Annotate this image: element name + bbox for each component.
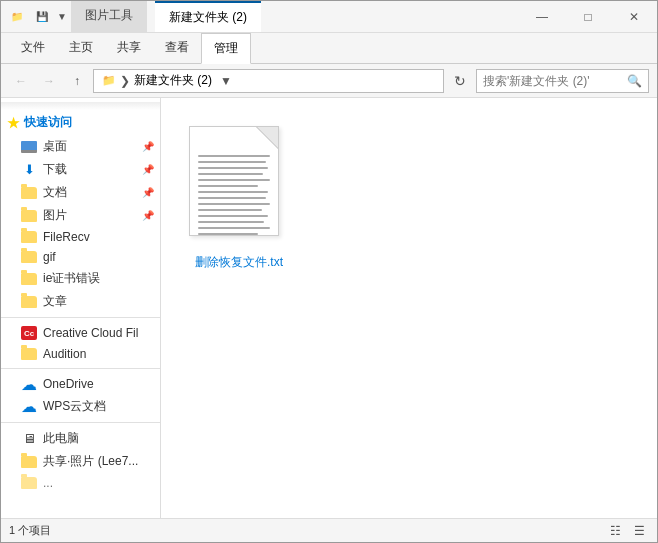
sidebar-item-documents[interactable]: 文档 📌: [1, 181, 160, 204]
ribbon-tab-home[interactable]: 主页: [57, 33, 105, 63]
back-button[interactable]: ←: [9, 69, 33, 93]
sidebar-item-desktop[interactable]: 桌面 📌: [1, 135, 160, 158]
search-input[interactable]: [483, 74, 623, 88]
file-name-label: 删除恢复文件.txt: [195, 254, 283, 271]
status-bar: 1 个项目 ☷ ☰: [1, 518, 657, 542]
ribbon-tab-manage[interactable]: 管理: [201, 33, 251, 64]
sidebar-quick-access-header[interactable]: ★ 快速访问: [1, 110, 160, 135]
folder-icon-audition: [21, 348, 37, 360]
quick-access-toolbar: 💾 ▼: [33, 8, 71, 26]
tab-picture-tools[interactable]: 图片工具: [71, 1, 147, 32]
file-line-6: [198, 185, 258, 187]
ribbon-tab-share[interactable]: 共享: [105, 33, 153, 63]
sidebar-quick-access: ★ 快速访问 桌面 📌 ⬇ 下载 📌: [1, 110, 160, 313]
close-button[interactable]: ✕: [611, 1, 657, 33]
pin-icon-pictures: 📌: [142, 210, 154, 221]
file-line-7: [198, 191, 268, 193]
address-bar: ← → ↑ 📁 ❯ 新建文件夹 (2) ▼ ↻ 🔍: [1, 64, 657, 98]
sidebar-item-filerecv-label: FileRecv: [43, 230, 154, 244]
ribbon-tabs: 文件 主页 共享 查看 管理: [1, 33, 657, 64]
sidebar-item-ie[interactable]: ie证书错误: [1, 267, 160, 290]
minimize-button[interactable]: —: [519, 1, 565, 33]
forward-button[interactable]: →: [37, 69, 61, 93]
refresh-button[interactable]: ↻: [448, 69, 472, 93]
address-dropdown[interactable]: ▼: [220, 74, 232, 88]
file-line-2: [198, 161, 266, 163]
sidebar-item-shared-label: 共享·照片 (Lee7...: [43, 453, 154, 470]
sidebar-item-onedrive-label: OneDrive: [43, 377, 154, 391]
sidebar-item-pictures[interactable]: 图片 📌: [1, 204, 160, 227]
creative-cloud-icon: Cc: [21, 325, 37, 341]
folder-icon-documents: [21, 187, 37, 199]
view-controls: ☷ ☰: [605, 521, 649, 541]
folder-icon-filerecv: [21, 231, 37, 243]
view-large-icons[interactable]: ☷: [605, 521, 625, 541]
ribbon-tab-file[interactable]: 文件: [9, 33, 57, 63]
sidebar-item-wps-label: WPS云文档: [43, 398, 154, 415]
onedrive-icon: ☁: [21, 376, 37, 392]
folder-icon-gif: [21, 251, 37, 263]
title-bar-icons: 📁: [9, 9, 25, 25]
sidebar-item-wps[interactable]: ☁ WPS云文档: [1, 395, 160, 418]
sidebar-item-this-pc[interactable]: 🖥 此电脑: [1, 427, 160, 450]
tab-folder-name[interactable]: 新建文件夹 (2): [155, 1, 261, 32]
file-line-8: [198, 197, 266, 199]
title-tabs: 图片工具 新建文件夹 (2): [71, 1, 519, 32]
ribbon-tab-view[interactable]: 查看: [153, 33, 201, 63]
sidebar-item-articles[interactable]: 文章: [1, 290, 160, 313]
sidebar-item-audition-label: Audition: [43, 347, 154, 361]
sidebar-item-filerecv[interactable]: FileRecv: [1, 227, 160, 247]
search-icon[interactable]: 🔍: [627, 74, 642, 88]
search-box[interactable]: 🔍: [476, 69, 649, 93]
quick-arrow-btn[interactable]: ▼: [53, 8, 71, 26]
folder-icon-more: [21, 477, 37, 489]
view-list[interactable]: ☰: [629, 521, 649, 541]
file-line-11: [198, 215, 268, 217]
sidebar-item-shared-photos[interactable]: 共享·照片 (Lee7...: [1, 450, 160, 473]
sidebar-item-creative-cloud[interactable]: Cc Creative Cloud Fil: [1, 322, 160, 344]
download-icon: ⬇: [21, 162, 37, 178]
sidebar-item-audition[interactable]: Audition: [1, 344, 160, 364]
file-line-10: [198, 209, 262, 211]
folder-icon-address: 📁: [102, 74, 116, 87]
sidebar-item-more[interactable]: ...: [1, 473, 160, 493]
folder-icon-ie: [21, 273, 37, 285]
scroll-top-indicator: [1, 102, 160, 110]
pin-icon-download: 📌: [142, 164, 154, 175]
title-bar: 📁 💾 ▼ 图片工具 新建文件夹 (2) — □ ✕: [1, 1, 657, 33]
file-page: [189, 126, 279, 236]
this-pc-icon: 🖥: [21, 431, 37, 447]
file-line-13: [198, 227, 270, 229]
folder-icon-shared: [21, 456, 37, 468]
file-line-14: [198, 233, 258, 235]
address-path: ❯ 新建文件夹 (2) ▼: [120, 72, 232, 89]
address-separator: ❯: [120, 74, 130, 88]
folder-icon-pictures: [21, 210, 37, 222]
sidebar-item-download[interactable]: ⬇ 下载 📌: [1, 158, 160, 181]
file-item-txt[interactable]: 删除恢复文件.txt: [181, 118, 297, 279]
status-count: 1 个项目: [9, 523, 51, 538]
desktop-icon: [21, 139, 37, 155]
quick-access-label: 快速访问: [24, 114, 72, 131]
address-input[interactable]: 📁 ❯ 新建文件夹 (2) ▼: [93, 69, 444, 93]
star-icon: ★: [7, 115, 20, 131]
file-line-3: [198, 167, 268, 169]
file-corner-inner: [257, 127, 278, 148]
up-button[interactable]: ↑: [65, 69, 89, 93]
sidebar-item-ie-label: ie证书错误: [43, 270, 154, 287]
window-controls: — □ ✕: [519, 1, 657, 33]
maximize-button[interactable]: □: [565, 1, 611, 33]
quick-save-btn[interactable]: 💾: [33, 8, 51, 26]
main-area: ★ 快速访问 桌面 📌 ⬇ 下载 📌: [1, 98, 657, 518]
sidebar-item-gif[interactable]: gif: [1, 247, 160, 267]
address-folder-name: 新建文件夹 (2): [134, 72, 212, 89]
sidebar-item-cc-label: Creative Cloud Fil: [43, 326, 154, 340]
sidebar: ★ 快速访问 桌面 📌 ⬇ 下载 📌: [1, 98, 161, 518]
file-line-1: [198, 155, 270, 157]
file-line-4: [198, 173, 263, 175]
window: 📁 💾 ▼ 图片工具 新建文件夹 (2) — □ ✕ 文件 主页 共享 查看 管…: [0, 0, 658, 543]
content-area: 删除恢复文件.txt: [161, 98, 657, 518]
window-icon: 📁: [9, 9, 25, 25]
folder-icon-articles: [21, 296, 37, 308]
sidebar-item-onedrive[interactable]: ☁ OneDrive: [1, 373, 160, 395]
